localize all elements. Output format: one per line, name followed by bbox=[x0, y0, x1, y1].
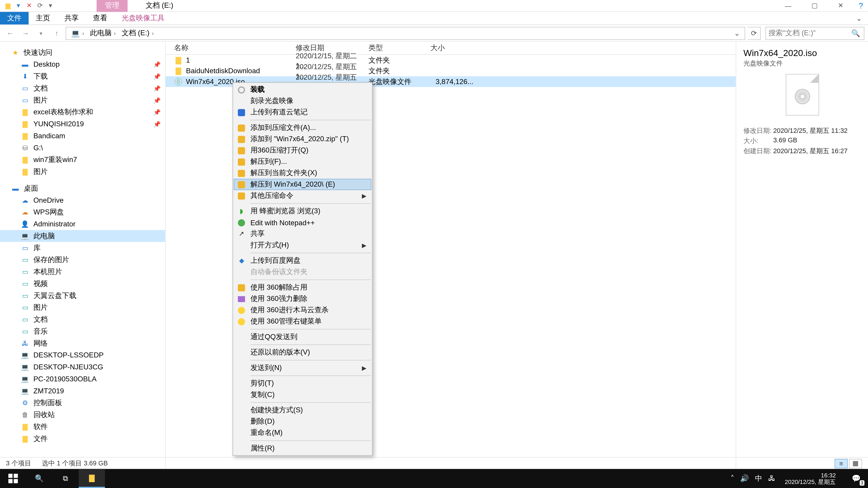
tree-item[interactable]: ▭保存的图片 bbox=[0, 254, 165, 266]
menu-item[interactable]: 其他压缩命令▶ bbox=[234, 190, 371, 201]
volume-icon[interactable]: 🔊 bbox=[740, 474, 749, 483]
breadcrumb-dropdown[interactable]: ⌄ bbox=[732, 29, 742, 37]
menu-item[interactable]: 使用 360管理右键菜单 bbox=[234, 316, 371, 327]
tree-item[interactable]: ▇YUNQISHI2019📌 bbox=[0, 118, 165, 130]
menu-item[interactable]: ◗用 蜂蜜浏览器 浏览(3) bbox=[234, 205, 371, 217]
tree-item[interactable]: ⛁G:\ bbox=[0, 142, 165, 154]
menu-item[interactable]: 使用 360强力删除 bbox=[234, 293, 371, 304]
tree-quick-access[interactable]: ★快速访问 bbox=[0, 46, 165, 59]
menu-item[interactable]: 使用 360解除占用 bbox=[234, 282, 371, 293]
tree-item[interactable]: 💻DESKTOP-NJEU3CG bbox=[0, 361, 165, 373]
menu-item[interactable]: 创建快捷方式(S) bbox=[234, 404, 371, 416]
ribbon-expand-button[interactable]: ⌄ bbox=[850, 12, 868, 24]
tree-item[interactable]: 💻PC-20190530OBLA bbox=[0, 373, 165, 385]
menu-item[interactable]: 发送到(N)▶ bbox=[234, 362, 371, 374]
qat-redo-icon[interactable]: ⟳ bbox=[35, 1, 45, 10]
ime-indicator[interactable]: 中 bbox=[755, 473, 762, 484]
menu-item[interactable]: 装载 bbox=[234, 84, 371, 95]
tree-item[interactable]: ▬Desktop📌 bbox=[0, 58, 165, 70]
col-size[interactable]: 大小 bbox=[430, 43, 477, 53]
tree-item[interactable]: ▭图片📌 bbox=[0, 94, 165, 106]
menu-item[interactable]: Edit with Notepad++ bbox=[234, 217, 371, 228]
menu-item[interactable]: 重命名(M) bbox=[234, 427, 371, 438]
menu-item[interactable]: 解压到当前文件夹(X) bbox=[234, 167, 371, 179]
tray-chevron-icon[interactable]: ˄ bbox=[731, 474, 734, 483]
tree-item[interactable]: ▇图片 bbox=[0, 166, 165, 177]
taskbar[interactable]: 🔍 ⧉ ▇ ˄ 🔊 中 🖧 16:32 2020/12/25, 星期五 💬3 bbox=[0, 469, 868, 488]
menu-item[interactable]: 删除(D) bbox=[234, 416, 371, 427]
breadcrumb-root[interactable]: 此电脑› bbox=[88, 28, 118, 38]
tree-item[interactable]: 👤Administrator bbox=[0, 218, 165, 230]
tree-item[interactable]: ▭图片 bbox=[0, 302, 165, 314]
tab-share[interactable]: 共享 bbox=[57, 12, 86, 24]
tree-this-pc[interactable]: 💻此电脑 bbox=[0, 230, 165, 242]
tree-item[interactable]: ▭视频 bbox=[0, 278, 165, 290]
nav-tree[interactable]: ★快速访问 ▬Desktop📌 ⬇下载📌 ▭文档📌 ▭图片📌 ▇excel表格制… bbox=[0, 42, 166, 469]
menu-item[interactable]: 通过QQ发送到 bbox=[234, 331, 371, 343]
menu-item[interactable]: 使用 360进行木马云查杀 bbox=[234, 304, 371, 316]
search-button[interactable]: 🔍 bbox=[26, 469, 53, 488]
tree-item[interactable]: ⬇下载📌 bbox=[0, 70, 165, 82]
tab-home[interactable]: 主页 bbox=[29, 12, 57, 24]
tree-item[interactable]: 💻ZMT2019 bbox=[0, 385, 165, 397]
menu-item[interactable]: 打开方式(H)▶ bbox=[234, 239, 371, 251]
nav-back-button[interactable]: ← bbox=[4, 26, 17, 39]
action-center-button[interactable]: 💬3 bbox=[845, 469, 867, 488]
maximize-button[interactable]: ▢ bbox=[801, 0, 828, 11]
tree-item[interactable]: ▭天翼云盘下载 bbox=[0, 290, 165, 302]
system-tray[interactable]: ˄ 🔊 中 🖧 16:32 2020/12/25, 星期五 💬3 bbox=[731, 469, 868, 488]
refresh-button[interactable]: ⟳ bbox=[747, 26, 761, 39]
tree-item[interactable]: 💻DESKTOP-LSSOEDP bbox=[0, 349, 165, 361]
nav-recent-button[interactable]: ▾ bbox=[35, 26, 48, 39]
menu-item[interactable]: 属性(R) bbox=[234, 443, 371, 454]
col-type[interactable]: 类型 bbox=[368, 43, 430, 53]
network-icon[interactable]: 🖧 bbox=[768, 474, 775, 483]
tree-item[interactable]: ▇win7重装win7 bbox=[0, 154, 165, 166]
menu-item[interactable]: 还原以前的版本(V) bbox=[234, 347, 371, 358]
tree-item[interactable]: ▭本机照片 bbox=[0, 266, 165, 278]
tree-item[interactable]: ▇excel表格制作求和📌 bbox=[0, 106, 165, 118]
task-view-button[interactable]: ⧉ bbox=[53, 469, 79, 488]
qat-dropdown-icon[interactable]: ▾ bbox=[45, 1, 56, 10]
tree-item[interactable]: ▇Bandicam bbox=[0, 130, 165, 142]
tab-file[interactable]: 文件 bbox=[0, 12, 29, 24]
menu-item[interactable]: ◆上传到百度网盘 bbox=[234, 255, 371, 266]
qat-undo-icon[interactable]: ✕ bbox=[24, 1, 34, 10]
nav-up-button[interactable]: ↑ bbox=[50, 26, 63, 39]
tree-item[interactable]: ▇软件 bbox=[0, 421, 165, 433]
tab-disc-tools[interactable]: 光盘映像工具 bbox=[114, 12, 172, 24]
breadcrumb-pc-icon[interactable]: 💻› bbox=[68, 29, 86, 37]
menu-item[interactable]: 复制(C) bbox=[234, 389, 371, 400]
breadcrumb[interactable]: 💻› 此电脑› 文档 (E:)› ⌄ bbox=[66, 26, 745, 39]
tab-view[interactable]: 查看 bbox=[86, 12, 115, 24]
tree-item[interactable]: ⚙控制面板 bbox=[0, 397, 165, 409]
tree-desktop[interactable]: ▬桌面 bbox=[0, 182, 165, 194]
view-details-button[interactable]: ≡ bbox=[835, 458, 848, 468]
tree-item[interactable]: ☁OneDrive bbox=[0, 194, 165, 206]
menu-item[interactable]: 剪切(T) bbox=[234, 378, 371, 389]
menu-item[interactable]: 解压到 Win7x64_2020\ (E) bbox=[234, 179, 371, 190]
search-input[interactable]: 搜索"文档 (E:)" 🔍 bbox=[765, 26, 864, 39]
column-headers[interactable]: 名称 修改日期 类型 大小 bbox=[166, 42, 736, 55]
close-button[interactable]: ✕ bbox=[828, 0, 854, 11]
tree-item[interactable]: ▇文件 bbox=[0, 433, 165, 445]
menu-item[interactable]: 刻录光盘映像 bbox=[234, 95, 371, 107]
tree-item[interactable]: ▭文档 bbox=[0, 313, 165, 325]
tree-item[interactable]: ▭音乐 bbox=[0, 325, 165, 337]
help-button[interactable]: ? bbox=[854, 0, 868, 11]
col-name[interactable]: 名称 bbox=[166, 43, 296, 53]
tree-item[interactable]: 🗑回收站 bbox=[0, 409, 165, 421]
file-row[interactable]: ▇1 2020/12/15, 星期二 1...文件夹 bbox=[166, 55, 736, 66]
tree-item[interactable]: ☁WPS网盘 bbox=[0, 206, 165, 218]
menu-item[interactable]: 添加到压缩文件(A)... bbox=[234, 122, 371, 133]
tree-network[interactable]: 🖧网络 bbox=[0, 337, 165, 349]
menu-item[interactable]: 用360压缩打开(Q) bbox=[234, 145, 371, 156]
menu-item[interactable]: 上传到有道云笔记 bbox=[234, 107, 371, 118]
tree-libraries[interactable]: ▭库 bbox=[0, 242, 165, 254]
menu-item[interactable]: ↗共享 bbox=[234, 228, 371, 239]
explorer-taskbar-button[interactable]: ▇ bbox=[79, 469, 105, 488]
menu-item[interactable]: 解压到(F)... bbox=[234, 156, 371, 167]
clock[interactable]: 16:32 2020/12/25, 星期五 bbox=[781, 472, 839, 485]
minimize-button[interactable]: — bbox=[775, 0, 801, 11]
file-row[interactable]: ▇BaiduNetdiskDownload 2020/12/25, 星期五 1.… bbox=[166, 66, 736, 76]
